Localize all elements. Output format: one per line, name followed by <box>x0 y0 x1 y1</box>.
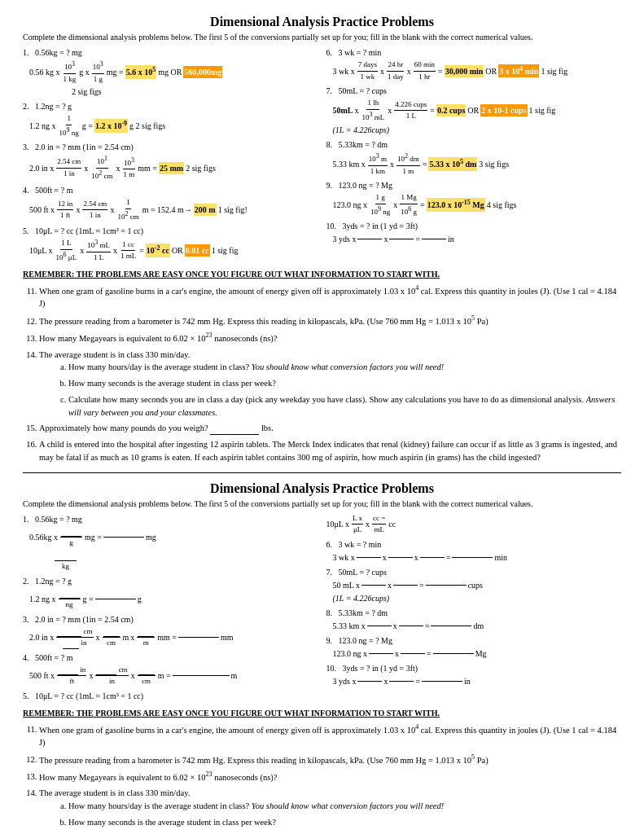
word-problems-1: When one gram of gasoline burns in a car… <box>23 283 621 464</box>
word-prob-14: The average student is in class 330 min/… <box>39 349 621 419</box>
right-col: 6. 3 wk = ? min 3 wk x 7 days 1 wk x 24 … <box>326 46 622 263</box>
page-title-1: Dimensional Analysis Practice Problems <box>23 15 621 29</box>
s-prob-10: 10. 3yds = ? in (1 yd = 3ft) 3 yds x x =… <box>326 662 622 687</box>
s-prob-3: 3. 2.0 in = ? mm (1in = 2.54 cm) 2.0 in … <box>23 613 318 649</box>
s-prob-5-right: 10μL x L x μL x cc = mL cc <box>326 513 622 536</box>
remember-text-2: REMEMBER: THE PROBLEMS ARE EASY ONCE YOU… <box>23 709 621 718</box>
s-prob-6: 6. 3 wk = ? min 3 wk x x x = min <box>326 538 622 564</box>
prob-4: 4. 500ft = ? m 500 ft x 12 in 1 ft x 2.5… <box>23 184 318 222</box>
word-problems-2: When one gram of gasoline burns in a car… <box>23 722 621 835</box>
word-prob-12: The pressure reading from a barometer is… <box>39 314 621 327</box>
word-prob-14b: How many seconds is the average student … <box>68 377 621 390</box>
prob-7: 7. 50mL = ? cups 50mL x 1 lh 103 mL x 4.… <box>326 85 622 136</box>
s-prob-4: 4. 500ft = ? m 500 ft x in ft x cm in x <box>23 652 318 687</box>
answer-key-grid: 1. 0.56kg = ? mg 0.56 kg x 103 1 kg g x … <box>23 46 621 263</box>
s-prob-1: 1. 0.56kg = ? mg 0.56kg x g mg = mg kg <box>23 513 318 573</box>
s-word-prob-12: The pressure reading from a barometer is… <box>39 753 621 766</box>
word-prob-14c: Calculate how many seconds you are in cl… <box>68 393 621 419</box>
prob-9: 9. 123.0 ng = ? Mg 123.0 ng x 1 g 109 ng… <box>326 179 622 217</box>
s-word-prob-14a: How many hours/day is the average studen… <box>68 800 621 813</box>
prob-3: 3. 2.0 in = ? mm (1in = 2.54 cm) 2.0 in … <box>23 141 318 182</box>
page1-section: Dimensional Analysis Practice Problems C… <box>23 15 621 464</box>
s-word-prob-13: How many Megayears is equivalent to 6.02… <box>39 770 621 784</box>
s-prob-2: 2. 1.2ng = ? g 1.2 ng x ng g = g <box>23 575 318 611</box>
s-word-prob-14b: How many seconds is the average student … <box>68 816 621 829</box>
prob-1: 1. 0.56kg = ? mg 0.56 kg x 103 1 kg g x … <box>23 46 318 98</box>
intro-text-2: Complete the dimensional analysis proble… <box>23 499 621 508</box>
s-prob-5: 5. 10μL = ? cc (1mL = 1cm³ = 1 cc) <box>23 690 318 702</box>
prob-8: 8. 5.33km = ? dm 5.33 km x 103 m 1 km x … <box>326 138 622 177</box>
prob-2: 2. 1.2ng = ? g 1.2 ng x 1 109 ng g = 1.2… <box>23 100 318 138</box>
page-title-2: Dimensional Analysis Practice Problems <box>23 481 621 496</box>
s-prob-9: 9. 123.0 ng = ? Mg 123.0 ng x x = Mg <box>326 634 622 660</box>
word-prob-16: A child is entered into the hospital aft… <box>39 438 621 464</box>
page2-section: Dimensional Analysis Practice Problems C… <box>23 481 621 835</box>
intro-text-1: Complete the dimensional analysis proble… <box>23 33 621 42</box>
section-divider <box>23 472 621 473</box>
prob-6: 6. 3 wk = ? min 3 wk x 7 days 1 wk x 24 … <box>326 46 622 82</box>
word-prob-14a: How many hours/day is the average studen… <box>68 361 621 374</box>
s-word-prob-14: The average student is in class 330 min/… <box>39 787 621 834</box>
student-left-col: 1. 0.56kg = ? mg 0.56kg x g mg = mg kg <box>23 513 318 702</box>
word-prob-13: How many Megayears is equivalent to 6.02… <box>39 331 621 345</box>
remember-text-1: REMEMBER: THE PROBLEMS ARE EASY ONCE YOU… <box>23 270 621 279</box>
student-right-col: 10μL x L x μL x cc = mL cc 6. 3 wk = <box>326 513 622 702</box>
word-prob-15: Approximately how many pounds do you wei… <box>39 422 621 435</box>
prob-10: 10. 3yds = ? in (1 yd = 3ft) 3 yds x x =… <box>326 220 622 245</box>
s-prob-8: 8. 5.33km = ? dm 5.33 km x x = dm <box>326 607 622 632</box>
word-prob-11: When one gram of gasoline burns in a car… <box>39 283 621 310</box>
student-grid: 1. 0.56kg = ? mg 0.56kg x g mg = mg kg <box>23 513 621 702</box>
s-prob-7: 7. 50mL = ? cups 50 mL x x = cups (1L = … <box>326 566 622 604</box>
left-col: 1. 0.56kg = ? mg 0.56 kg x 103 1 kg g x … <box>23 46 318 263</box>
prob-5: 5. 10μL = ? cc (1mL = 1cm³ = 1 cc) 10μL … <box>23 225 318 263</box>
s-word-prob-11: When one gram of gasoline burns in a car… <box>39 722 621 749</box>
